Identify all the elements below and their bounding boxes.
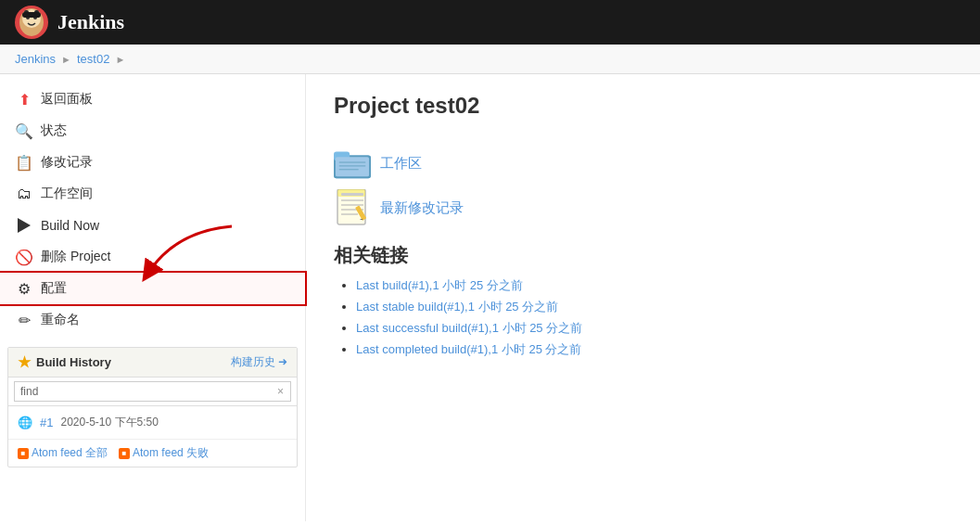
- svg-rect-18: [341, 193, 363, 196]
- header: Jenkins: [0, 0, 980, 45]
- sidebar-label-delete-project: 删除 Project: [41, 249, 110, 265]
- project-title: Project test02: [334, 93, 952, 119]
- build-item: 🌐 #1 2020-5-10 下午5:50: [8, 410, 297, 435]
- gear-icon: ⚙: [15, 279, 33, 298]
- list-item: Last successful build(#1),1 小时 25 分之前: [356, 320, 952, 337]
- last-completed-build-link[interactable]: Last completed build(#1),1 小时 25 分之前: [356, 342, 582, 356]
- sidebar-item-back-panel[interactable]: ⬆ 返回面板: [0, 83, 305, 115]
- workspace-link-item: 工作区: [334, 147, 952, 180]
- jenkins-icon: [15, 6, 48, 39]
- breadcrumb-jenkins[interactable]: Jenkins: [15, 52, 56, 66]
- sidebar-label-workspace: 工作空间: [41, 186, 93, 202]
- svg-rect-6: [22, 12, 41, 18]
- svg-marker-7: [18, 218, 31, 233]
- main-layout: ⬆ 返回面板 🔍 状态 📋 修改记录 🗂 工作空间 Build Now 🚫 删除…: [0, 74, 980, 521]
- build-list: 🌐 #1 2020-5-10 下午5:50: [8, 406, 297, 439]
- build-history-header: ★ Build History 构建历史 ➜: [8, 348, 297, 378]
- sidebar-label-build-now: Build Now: [41, 218, 99, 233]
- build-number-link[interactable]: #1: [40, 416, 53, 429]
- list-item: Last build(#1),1 小时 25 分之前: [356, 277, 952, 294]
- sidebar-item-rename[interactable]: ✏ 重命名: [0, 304, 305, 336]
- breadcrumb-test02[interactable]: test02: [77, 52, 109, 66]
- atom-feed-fail-label: Atom feed 失败: [133, 445, 209, 461]
- sidebar-item-workspace[interactable]: 🗂 工作空间: [0, 178, 305, 210]
- arrow-up-icon: ⬆: [15, 90, 33, 109]
- build-history-panel: ★ Build History 构建历史 ➜ × 🌐 #1 2020-5-10 …: [7, 347, 298, 467]
- header-logo: Jenkins: [15, 6, 124, 39]
- delete-icon: 🚫: [15, 248, 33, 266]
- sidebar-label-changelog: 修改记录: [41, 154, 93, 171]
- workspace-links: 工作区: [334, 147, 952, 224]
- workspace-text-link[interactable]: 工作区: [380, 155, 422, 173]
- sidebar: ⬆ 返回面板 🔍 状态 📋 修改记录 🗂 工作空间 Build Now 🚫 删除…: [0, 74, 306, 521]
- atom-feed-all-label: Atom feed 全部: [32, 445, 108, 461]
- changelog-icon: 📋: [15, 153, 33, 172]
- sidebar-label-configure: 配置: [41, 280, 67, 297]
- atom-feed-all-link[interactable]: ■ Atom feed 全部: [18, 445, 108, 461]
- build-footer: ■ Atom feed 全部 ■ Atom feed 失败: [8, 439, 297, 467]
- build-history-search-input[interactable]: [14, 381, 291, 402]
- search-clear-button[interactable]: ×: [277, 385, 284, 398]
- build-history-title-text: Build History: [36, 355, 111, 369]
- list-item: Last completed build(#1),1 小时 25 分之前: [356, 341, 952, 358]
- sidebar-item-status[interactable]: 🔍 状态: [0, 115, 305, 147]
- workspace-icon: 🗂: [15, 185, 33, 203]
- sidebar-label-back-panel: 返回面板: [41, 91, 93, 108]
- sidebar-label-status: 状态: [41, 122, 67, 139]
- related-links-heading: 相关链接: [334, 243, 952, 268]
- search-icon: 🔍: [15, 122, 33, 140]
- build-now-icon: [15, 216, 33, 235]
- build-status-icon: 🌐: [18, 416, 32, 429]
- sidebar-item-changelog[interactable]: 📋 修改记录: [0, 147, 305, 178]
- last-stable-build-link[interactable]: Last stable build(#1),1 小时 25 分之前: [356, 300, 558, 314]
- build-history-title: ★ Build History: [18, 353, 111, 371]
- star-icon: ★: [18, 353, 31, 371]
- document-icon: [334, 191, 371, 224]
- app-title: Jenkins: [57, 10, 124, 34]
- sidebar-item-build-now[interactable]: Build Now: [0, 210, 305, 241]
- sidebar-item-delete-project[interactable]: 🚫 删除 Project: [0, 241, 305, 273]
- rss-fail-icon: ■: [119, 448, 130, 459]
- sidebar-item-configure[interactable]: ⚙ 配置: [0, 273, 305, 304]
- sidebar-label-rename: 重命名: [41, 312, 80, 328]
- related-links-list: Last build(#1),1 小时 25 分之前 Last stable b…: [334, 277, 952, 358]
- last-successful-build-link[interactable]: Last successful build(#1),1 小时 25 分之前: [356, 321, 582, 335]
- configure-wrapper: ⚙ 配置: [0, 273, 305, 304]
- list-item: Last stable build(#1),1 小时 25 分之前: [356, 299, 952, 315]
- rss-all-icon: ■: [18, 448, 29, 459]
- svg-rect-12: [336, 157, 369, 176]
- last-build-link[interactable]: Last build(#1),1 小时 25 分之前: [356, 278, 523, 292]
- breadcrumb: Jenkins ► test02 ►: [0, 45, 980, 74]
- related-links-section: 相关链接 Last build(#1),1 小时 25 分之前 Last sta…: [334, 243, 952, 358]
- build-history-search-wrapper: ×: [8, 378, 297, 406]
- breadcrumb-sep-1: ►: [61, 54, 71, 65]
- rename-icon: ✏: [15, 311, 33, 329]
- main-content: Project test02 工作区: [306, 74, 980, 521]
- build-history-link[interactable]: 构建历史 ➜: [231, 354, 287, 370]
- build-time: 2020-5-10 下午5:50: [60, 415, 158, 430]
- changelog-link-item: 最新修改记录: [334, 191, 952, 224]
- folder-icon: [334, 147, 371, 180]
- breadcrumb-sep-2: ►: [115, 54, 125, 65]
- atom-feed-fail-link[interactable]: ■ Atom feed 失败: [119, 445, 209, 461]
- changelog-text-link[interactable]: 最新修改记录: [380, 199, 464, 217]
